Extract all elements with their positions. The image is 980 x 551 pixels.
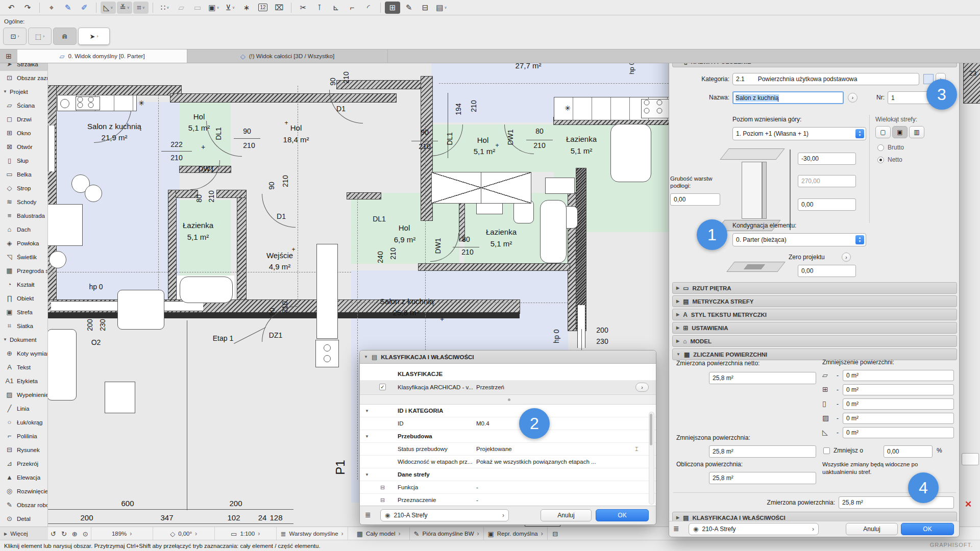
section-area-calculation[interactable]: ▼▦ ZLICZANIE POWIERZCHNI	[672, 348, 957, 360]
property-row[interactable]: KLASYFIKACJE	[360, 368, 656, 381]
toolbox-item-railing[interactable]: ≡Balustrada	[0, 209, 47, 222]
zone-name-input[interactable]: Salon z kuchnią	[732, 91, 844, 104]
zoom-next-icon[interactable]: ↻	[59, 527, 69, 540]
property-row[interactable]: Status przebudowyProjektowane⌶	[360, 443, 656, 456]
coordinate-input-icon[interactable]: ⌗∨	[133, 2, 149, 14]
toolbox-item-beam[interactable]: ▭Belka	[0, 167, 47, 181]
layers-icon[interactable]: ≣	[365, 511, 371, 519]
tab-3d-view[interactable]: ◇ (!) Widok całości [3D / Wszystko]	[187, 49, 388, 63]
wall[interactable]	[176, 190, 198, 197]
property-value[interactable]: M0.4	[476, 420, 489, 427]
section-floor-plan[interactable]: ▶▭RZUT PIĘTRA	[672, 282, 957, 294]
reduce-by-checkbox[interactable]	[823, 447, 830, 454]
collapse-icon[interactable]: ▼	[365, 409, 369, 413]
section-model[interactable]: ▶⌂MODEL	[672, 335, 957, 347]
classification-checkbox[interactable]: ✓	[379, 384, 386, 390]
graphic-override[interactable]: ▣Repr. domyślna›	[484, 527, 547, 540]
wall[interactable]	[237, 190, 246, 302]
model-view-filter[interactable]: ▦Cały model›	[348, 527, 409, 540]
bottom-offset-input[interactable]: 0,00	[798, 198, 856, 211]
pen-set[interactable]: ✎Pióra domyślne BW›	[410, 527, 483, 540]
storey-dropdown[interactable]: 0. Parter (bieżąca) ▲▼	[732, 233, 866, 246]
property-row[interactable]: ▼Dane strefy	[360, 468, 656, 481]
adjust-icon[interactable]: ⊾	[328, 2, 344, 14]
reduce-by-input[interactable]: 0,00	[884, 445, 933, 458]
undo-icon[interactable]: ↶	[4, 2, 19, 14]
split-icon[interactable]: ⊺	[312, 2, 327, 14]
markup-close-icon[interactable]: ✕	[965, 499, 972, 510]
property-row[interactable]: ⊟Funkcja-	[360, 481, 656, 494]
toolbox-item-elevation[interactable]: ▲Elewacja	[0, 470, 47, 484]
toolbox-item-roof[interactable]: ⌂Dach	[0, 222, 47, 236]
wall[interactable]	[47, 86, 181, 95]
toolbox-more-section[interactable]: ▶Więcej	[0, 527, 48, 540]
toolbox-item-dimension[interactable]: ⊕Koty wymiarowe	[0, 346, 47, 360]
tab-overview-icon[interactable]: ⊞	[0, 49, 17, 63]
property-row[interactable]: ✓Klasyfikacja ARCHICAD - v...Przestrzeń›	[360, 381, 656, 394]
tab-default-view[interactable]: ▱ 0. Widok domyślny [0. Parter]	[17, 49, 187, 63]
inject-parameters-icon[interactable]: ✎	[60, 2, 76, 14]
polygon-mode-3d-button[interactable]: ▢	[875, 126, 891, 138]
marquee-tool[interactable]: ⬚›	[28, 28, 52, 45]
top-level-dropdown[interactable]: 1. Poziom +1 (Własna + 1) ▲▼	[732, 127, 866, 140]
zero-more-button[interactable]: ›	[842, 253, 851, 262]
property-value[interactable]: Projektowane	[476, 446, 512, 452]
partial-structure-display[interactable]: ⊟	[548, 527, 563, 540]
property-value[interactable]: Pokaż we wszystkich powiązanych etapach …	[476, 459, 596, 465]
clone-options-icon[interactable]: ⊟	[418, 2, 433, 14]
name-more-button[interactable]: ›	[848, 93, 857, 103]
toolbox-section-design-section[interactable]: ▼Projekt	[0, 85, 47, 98]
section-settings[interactable]: ▶⊞USTAWIENIA	[672, 322, 957, 334]
trim-icon[interactable]: ✂	[296, 2, 311, 14]
floor-thickness-input[interactable]: 0,00	[670, 193, 720, 206]
redo-icon[interactable]: ↷	[20, 2, 35, 14]
netto-radio[interactable]	[877, 157, 884, 163]
editing-plane-icon[interactable]: ▱	[174, 2, 189, 14]
marquee-restrict-icon[interactable]: ⌧	[272, 2, 287, 14]
layers-icon[interactable]: ≣	[673, 524, 679, 533]
pick-up-parameters-icon[interactable]: ⌖	[44, 2, 59, 14]
toolbox-item-fill[interactable]: ▨Wypełnienie	[0, 388, 47, 402]
section-zone-stamp[interactable]: ▶▤METRYCZKA STREFY	[672, 295, 957, 307]
toolbox-item-window[interactable]: ⊞Okno	[0, 126, 47, 140]
toolbox-item-zone[interactable]: ▣Strefa	[0, 305, 47, 319]
snap-points-icon[interactable]: ∷∨	[157, 2, 173, 14]
property-row[interactable]: ▼Przebudowa	[360, 430, 656, 443]
toolbox-item-interior-elevation[interactable]: ◎Rozwinięcie	[0, 484, 47, 498]
property-value[interactable]: -	[476, 497, 478, 503]
zoom-level[interactable]: 189%›	[91, 527, 153, 540]
wall[interactable]	[419, 264, 570, 270]
fillet-chamfer-icon[interactable]: ◜	[361, 2, 376, 14]
zero-offset-input[interactable]: 0,00	[798, 265, 856, 277]
layer-selector[interactable]: ◉ 210-A Strefy ›	[380, 509, 509, 521]
relative-construction-icon[interactable]: ∗	[239, 2, 254, 14]
snap-guides-icon[interactable]: ≚∨	[117, 2, 132, 14]
toolbox-item-door[interactable]: ◻Drzwi	[0, 112, 47, 126]
toolbox-item-mesh[interactable]: ⌗Siatka	[0, 319, 47, 333]
toolbox-item-wall[interactable]: ▱Ściana	[0, 98, 47, 112]
panel-scrollbar[interactable]	[649, 412, 654, 505]
marquee-arrow-tool[interactable]: ⊡›	[3, 28, 27, 45]
ok-button[interactable]: OK	[596, 509, 649, 521]
toolbox-item-object[interactable]: ∏Obiekt	[0, 291, 47, 305]
wall[interactable]	[217, 190, 246, 197]
top-offset-input[interactable]: -30,00	[798, 153, 856, 165]
edit-grid-icon[interactable]: ⊞	[385, 2, 400, 14]
guide-lines-icon[interactable]: ◺∨	[101, 2, 116, 14]
toolbox-section-document-section[interactable]: ▼Dokument	[0, 333, 47, 346]
toolbox-item-column[interactable]: ▯Słup	[0, 154, 47, 167]
toolbox-item-slab[interactable]: ◇Strop	[0, 181, 47, 195]
wall[interactable]	[168, 190, 176, 302]
toolbox-item-polyline[interactable]: ⌐Polilinia	[0, 429, 47, 443]
layer-combination[interactable]: ≣Warstwy domyślne›	[277, 527, 348, 540]
scale[interactable]: ▭1:100›	[215, 527, 276, 540]
gravity-icon[interactable]: ⊻∨	[223, 2, 238, 14]
section-stamp-text[interactable]: ▶ASTYL TEKSTU METRYCZKI	[672, 309, 957, 320]
property-row[interactable]: ▼ID i KATEGORIA	[360, 405, 656, 417]
toolbox-item-section[interactable]: ⊿Przekrój	[0, 457, 47, 470]
toolbox-item-curtain-wall[interactable]: ▦Przegroda strukturalna	[0, 264, 47, 278]
window-symbol[interactable]	[48, 126, 55, 171]
collapse-icon[interactable]: ▼	[365, 434, 369, 439]
toolbox-item-text[interactable]: ATekst	[0, 360, 47, 374]
wall[interactable]	[347, 193, 381, 199]
